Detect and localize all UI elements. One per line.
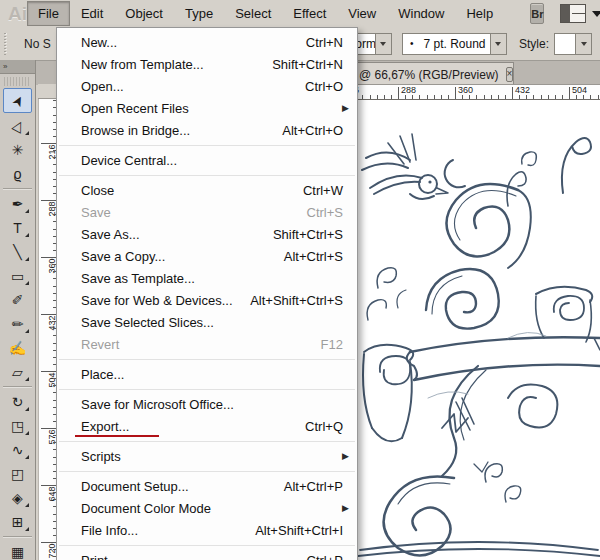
menubar-item-effect[interactable]: Effect — [282, 1, 337, 26]
perspective-grid-tool[interactable]: ⊞ — [4, 510, 31, 533]
menu-item-shortcut: Ctrl+O — [305, 79, 343, 94]
tools-panel: » ➤▷✳ϱ✒T╲▭✐✏✍▱↻◳∿◰◈⊞▦╱▫ — [0, 60, 36, 560]
menu-item-save-as-template[interactable]: Save as Template... — [57, 267, 357, 289]
menubar-item-type[interactable]: Type — [174, 1, 224, 26]
ruler-minor-tick — [484, 95, 485, 99]
menu-item-label: Save a Copy... — [81, 249, 165, 264]
menu-item-shortcut: Shift+Ctrl+N — [272, 57, 343, 72]
menu-item-shortcut: Ctrl+P — [307, 553, 343, 560]
menu-item-label: Browse in Bridge... — [81, 123, 190, 138]
magic-wand-tool-icon: ✳ — [12, 143, 24, 157]
tab-close-icon[interactable]: × — [506, 67, 514, 82]
scale-tool[interactable]: ◳ — [4, 414, 31, 437]
menubar-item-help[interactable]: Help — [455, 1, 504, 26]
menu-separator — [57, 467, 357, 475]
menu-item-label: Save for Microsoft Office... — [81, 397, 234, 412]
brush-dot-icon: • — [410, 38, 414, 49]
menu-item-save-selected-slices[interactable]: Save Selected Slices... — [57, 311, 357, 333]
line-segment-tool[interactable]: ╲ — [4, 240, 31, 263]
control-bar-grip[interactable] — [4, 33, 10, 55]
blob-brush-tool[interactable]: ✍ — [4, 336, 31, 359]
menu-item-save-as[interactable]: Save As...Shift+Ctrl+S — [57, 223, 357, 245]
workspace-switcher[interactable] — [560, 4, 600, 23]
width-tool[interactable]: ∿ — [4, 438, 31, 461]
selection-tool[interactable]: ➤ — [3, 88, 32, 113]
menu-item-file-info[interactable]: File Info...Alt+Shift+Ctrl+I — [57, 519, 357, 541]
menu-item-label: Place... — [81, 367, 124, 382]
perspective-grid-tool-icon: ⊞ — [12, 515, 24, 529]
menu-item-place[interactable]: Place... — [57, 363, 357, 385]
menu-item-shortcut: Ctrl+Q — [305, 419, 343, 434]
brush-dropdown[interactable]: • 7 pt. Round — [402, 33, 507, 55]
paintbrush-tool[interactable]: ✐ — [4, 288, 31, 311]
dropdown-chevron-icon[interactable] — [575, 34, 591, 54]
lasso-tool[interactable]: ϱ — [4, 162, 31, 185]
menu-item-scripts[interactable]: Scripts▶ — [57, 445, 357, 467]
menu-item-browse-in-bridge[interactable]: Browse in Bridge...Alt+Ctrl+O — [57, 119, 357, 141]
menu-item-open[interactable]: Open...Ctrl+O — [57, 75, 357, 97]
menu-item-device-central[interactable]: Device Central... — [57, 149, 357, 171]
scale-tool-icon: ◳ — [11, 419, 24, 433]
menu-item-label: Print... — [81, 553, 119, 560]
ruler-major-tick — [398, 87, 399, 99]
bridge-button[interactable]: Br — [530, 3, 544, 24]
menu-item-shortcut: Alt+Shift+Ctrl+S — [250, 293, 343, 308]
menu-item-shortcut: Alt+Ctrl+O — [282, 123, 343, 138]
dropdown-chevron-icon[interactable] — [375, 34, 391, 54]
menu-item-export[interactable]: Export...Ctrl+Q — [57, 415, 357, 437]
menu-item-close[interactable]: CloseCtrl+W — [57, 179, 357, 201]
shape-builder-tool[interactable]: ◈ — [4, 486, 31, 509]
menu-item-label: File Info... — [81, 523, 138, 538]
rotate-tool[interactable]: ↻ — [4, 390, 31, 413]
type-tool[interactable]: T — [4, 216, 31, 239]
paintbrush-tool-icon: ✐ — [12, 293, 24, 307]
ruler-major-tick — [569, 87, 570, 99]
magic-wand-tool[interactable]: ✳ — [4, 138, 31, 161]
panel-grip[interactable] — [4, 77, 31, 86]
menu-item-document-color-mode[interactable]: Document Color Mode▶ — [57, 497, 357, 519]
panel-collapse-icon[interactable]: » — [0, 60, 35, 74]
style-dropdown[interactable] — [554, 33, 592, 55]
ruler-minor-tick — [427, 95, 428, 99]
rotate-tool-icon: ↻ — [12, 395, 24, 409]
ruler-major-tick — [512, 87, 513, 99]
menu-item-save-for-web-devices[interactable]: Save for Web & Devices...Alt+Shift+Ctrl+… — [57, 289, 357, 311]
menu-item-save-for-microsoft-office[interactable]: Save for Microsoft Office... — [57, 393, 357, 415]
menu-separator — [57, 141, 357, 149]
menu-item-save-a-copy[interactable]: Save a Copy...Alt+Ctrl+S — [57, 245, 357, 267]
ruler-minor-tick — [476, 95, 477, 99]
pencil-tool[interactable]: ✏ — [4, 312, 31, 335]
menu-item-new[interactable]: New...Ctrl+N — [57, 31, 357, 53]
blob-brush-tool-icon: ✍ — [9, 341, 26, 355]
menubar-item-file[interactable]: File — [27, 1, 70, 26]
mesh-tool[interactable]: ▦ — [4, 540, 31, 560]
menu-item-open-recent-files[interactable]: Open Recent Files▶ — [57, 97, 357, 119]
rectangle-tool[interactable]: ▭ — [4, 264, 31, 287]
illustrator-window: @ 66,67% (RGB/Preview) × 216288360432504… — [0, 0, 600, 560]
menu-item-save[interactable]: SaveCtrl+S — [57, 201, 357, 223]
menu-item-new-from-template[interactable]: New from Template...Shift+Ctrl+N — [57, 53, 357, 75]
menubar-item-view[interactable]: View — [337, 1, 387, 26]
menu-item-label: Document Color Mode — [81, 501, 211, 516]
menubar-item-select[interactable]: Select — [224, 1, 282, 26]
vertical-ruler: 216288360432504576648720 — [38, 98, 58, 560]
ruler-minor-tick — [377, 95, 378, 99]
menu-item-document-setup[interactable]: Document Setup...Alt+Ctrl+P — [57, 475, 357, 497]
direct-selection-tool[interactable]: ▷ — [4, 114, 31, 137]
menubar-item-object[interactable]: Object — [114, 1, 174, 26]
ruler-minor-tick — [412, 95, 413, 99]
menu-item-print[interactable]: Print...Ctrl+P — [57, 549, 357, 560]
free-transform-tool[interactable]: ◰ — [4, 462, 31, 485]
submenu-arrow-icon: ▶ — [342, 451, 349, 461]
ruler-minor-tick — [462, 95, 463, 99]
menubar-item-edit[interactable]: Edit — [70, 1, 114, 26]
pen-tool[interactable]: ✒ — [4, 192, 31, 215]
ruler-minor-tick — [533, 95, 534, 99]
menu-item-label: Open Recent Files — [81, 101, 189, 116]
brush-value: 7 pt. Round — [419, 37, 490, 51]
menubar-item-window[interactable]: Window — [387, 1, 455, 26]
menu-item-label: Open... — [81, 79, 124, 94]
dropdown-chevron-icon[interactable] — [490, 34, 506, 54]
menu-item-revert[interactable]: RevertF12 — [57, 333, 357, 355]
eraser-tool[interactable]: ▱ — [4, 360, 31, 383]
